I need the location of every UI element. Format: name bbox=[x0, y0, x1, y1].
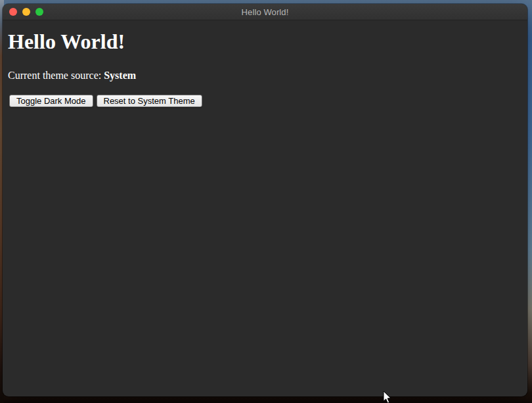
button-row: Toggle Dark Mode Reset to System Theme bbox=[9, 95, 522, 107]
app-window: Hello World! Hello World! Current theme … bbox=[3, 4, 527, 396]
window-title: Hello World! bbox=[3, 7, 527, 17]
theme-source-value: System bbox=[104, 70, 136, 81]
zoom-window-button[interactable] bbox=[35, 8, 43, 16]
reset-system-theme-button[interactable]: Reset to System Theme bbox=[97, 95, 202, 107]
page-title: Hello World! bbox=[8, 30, 522, 54]
traffic-lights bbox=[3, 8, 43, 16]
minimize-window-button[interactable] bbox=[22, 8, 30, 16]
window-titlebar[interactable]: Hello World! bbox=[3, 4, 527, 20]
theme-source-label: Current theme source: bbox=[8, 70, 104, 81]
toggle-dark-mode-button[interactable]: Toggle Dark Mode bbox=[9, 95, 93, 107]
theme-source-line: Current theme source: System bbox=[8, 70, 522, 82]
close-window-button[interactable] bbox=[9, 8, 17, 16]
page-content: Hello World! Current theme source: Syste… bbox=[3, 30, 527, 107]
desktop-background: Hello World! Hello World! Current theme … bbox=[0, 0, 532, 403]
